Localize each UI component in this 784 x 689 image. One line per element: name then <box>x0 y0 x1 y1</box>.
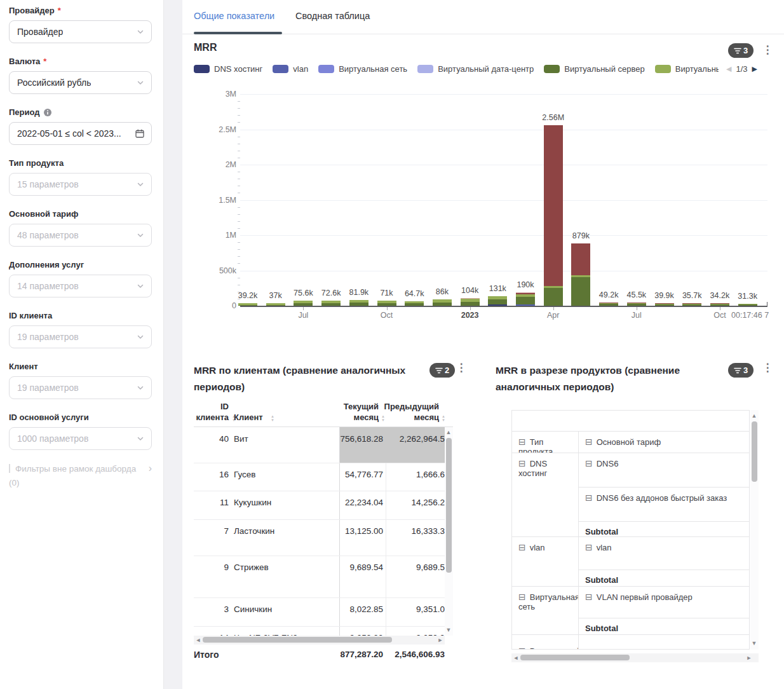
scroll-up-icon[interactable]: ▲ <box>445 428 452 437</box>
pivot-type-cell[interactable]: ⊟Виртуальная сеть <box>512 587 579 635</box>
products-pivot-filter-badge[interactable]: 3 <box>728 363 754 378</box>
cell-previous-month[interactable]: 9,351.0 <box>389 604 445 614</box>
products-pivot-menu-button[interactable]: ⋮ <box>762 361 773 375</box>
cell-previous-month[interactable]: 1,666.6 <box>389 470 445 479</box>
scroll-right-icon[interactable]: ► <box>745 654 753 662</box>
cell-current-month[interactable]: 8,022.85 <box>320 604 383 614</box>
mrr-chart-menu-button[interactable]: ⋮ <box>762 43 773 57</box>
cell-client-name[interactable]: Ласточкин <box>234 526 274 536</box>
legend-item-0[interactable]: DNS хостинг <box>194 64 262 74</box>
collapse-icon[interactable]: ⊟ <box>518 646 526 650</box>
scrollbar-thumb[interactable] <box>752 421 757 482</box>
cell-client-id[interactable]: 3 <box>194 604 229 614</box>
clients-table-horizontal-scrollbar[interactable]: ◄► <box>194 636 445 645</box>
cell-client-id[interactable]: 16 <box>194 470 229 479</box>
cell-client-id[interactable]: 11 <box>194 498 229 507</box>
chart-bar[interactable] <box>655 303 674 306</box>
filter-select-service-id[interactable]: 1000 параметров <box>9 427 152 450</box>
cell-client-id[interactable]: 9 <box>194 563 229 572</box>
scrollbar-thumb[interactable] <box>520 655 630 660</box>
chart-bar[interactable] <box>488 296 507 306</box>
scroll-down-icon[interactable]: ▼ <box>750 639 758 648</box>
chart-bar[interactable] <box>544 125 563 306</box>
cell-client-name[interactable]: Кукушкин <box>234 498 271 507</box>
sort-icon[interactable]: ▲▼ <box>270 414 275 423</box>
pivot-tariff-cell[interactable]: ⊟vlan <box>579 537 750 570</box>
pivot-vertical-scrollbar[interactable]: ▲▼ <box>750 410 759 650</box>
chart-bar[interactable] <box>738 304 757 306</box>
column-header-client[interactable]: Клиент <box>234 412 263 423</box>
clients-table-menu-button[interactable]: ⋮ <box>456 361 467 375</box>
cell-current-month[interactable]: 13,125.00 <box>320 526 383 536</box>
collapse-icon[interactable]: ⊟ <box>518 458 526 468</box>
cell-client-id[interactable]: 7 <box>194 526 229 536</box>
chart-bar[interactable] <box>377 301 396 306</box>
pivot-header-tariff[interactable]: ⊟Основной тариф <box>579 432 750 453</box>
filter-select-period[interactable]: 2022-05-01 ≤ col < 2023... <box>9 122 152 145</box>
collapse-icon[interactable]: ⊟ <box>518 542 526 552</box>
pivot-tariff-cell[interactable]: ⊟DNS6 <box>579 453 750 488</box>
pivot-tariff-cell[interactable]: ⊟VLAN первый провайдер <box>579 587 750 618</box>
chart-bar[interactable] <box>571 243 590 306</box>
pivot-horizontal-scrollbar[interactable]: ◄► <box>511 653 759 662</box>
filter-select-provider[interactable]: Провайдер <box>9 20 152 43</box>
filter-select-client-id[interactable]: 19 параметров <box>9 325 152 348</box>
legend-next-icon[interactable]: ▶ <box>752 65 757 73</box>
scroll-up-icon[interactable]: ▲ <box>750 412 758 420</box>
chart-bar[interactable] <box>682 303 701 306</box>
collapse-icon[interactable]: ⊟ <box>518 437 526 447</box>
info-icon[interactable] <box>43 108 52 117</box>
legend-item-4[interactable]: Виртуальный сервер <box>544 64 645 74</box>
cell-previous-month[interactable]: 16,333.3 <box>389 526 445 536</box>
collapse-icon[interactable]: ⊟ <box>585 458 593 468</box>
cell-previous-month[interactable]: 2,262,964.5 <box>389 434 445 444</box>
scrollbar-thumb[interactable] <box>203 637 392 643</box>
collapse-icon[interactable]: ⊟ <box>518 592 526 602</box>
chart-bar[interactable] <box>294 301 313 306</box>
legend-item-5[interactable]: Виртуальный хостинг <box>655 64 719 74</box>
legend-item-3[interactable]: Виртуальный дата-центр <box>417 64 534 74</box>
chart-bar[interactable] <box>516 292 535 306</box>
pivot-type-cell[interactable]: ⊟DNS хостинг <box>512 453 579 537</box>
cell-current-month[interactable]: 756,618.28 <box>320 434 383 444</box>
chart-bar[interactable] <box>238 303 257 306</box>
cell-client-name[interactable]: Синичкин <box>234 604 272 614</box>
collapse-icon[interactable]: ⊟ <box>585 493 593 503</box>
legend-item-1[interactable]: vlan <box>273 64 308 74</box>
clients-table-filter-badge[interactable]: 2 <box>429 363 455 378</box>
pivot-tariff-cell[interactable]: ⊟DNS6 без аддонов быстрый заказ <box>579 488 750 522</box>
scroll-down-icon[interactable]: ▼ <box>445 626 452 634</box>
legend-prev-icon[interactable]: ◀ <box>726 65 731 73</box>
cell-previous-month[interactable]: 14,256.2 <box>389 498 445 507</box>
filter-select-currency[interactable]: Российский рубль <box>9 71 152 94</box>
collapse-icon[interactable]: ⊟ <box>585 592 593 602</box>
cell-client-name[interactable]: Вит <box>234 434 248 444</box>
scrollbar-thumb[interactable] <box>446 438 452 573</box>
filter-select-service-addons[interactable]: 14 параметров <box>9 275 152 297</box>
chart-bar[interactable] <box>405 301 424 306</box>
column-header-client-id[interactable]: IDклиента <box>194 401 229 423</box>
mrr-chart-filter-badge[interactable]: 3 <box>728 43 754 58</box>
cell-current-month[interactable]: 22,234.04 <box>320 498 383 507</box>
collapse-icon[interactable]: ⊟ <box>585 437 593 447</box>
filter-select-client[interactable]: 19 параметров <box>9 376 152 399</box>
pivot-type-cell[interactable]: ⊟vlan <box>512 537 579 587</box>
column-header-current-month[interactable]: Текущиймесяц <box>318 401 379 423</box>
filters-outside-dashboard-link[interactable]: Фильтры вне рамок дашборда › <box>9 463 152 474</box>
cell-current-month[interactable]: 54,776.77 <box>320 470 383 479</box>
legend-item-2[interactable]: Виртуальная сеть <box>318 64 407 74</box>
clients-table-vertical-scrollbar[interactable]: ▲▼ <box>445 427 453 636</box>
chart-bar[interactable] <box>266 303 285 306</box>
filter-select-base-tariff[interactable]: 48 параметров <box>9 224 152 247</box>
sort-icon[interactable]: ▲▼ <box>441 414 446 423</box>
chart-bar[interactable] <box>433 299 452 306</box>
scroll-right-icon[interactable]: ► <box>436 636 444 645</box>
column-header-previous-month[interactable]: Предыдущиймесяц <box>373 401 439 423</box>
chart-bar[interactable] <box>349 300 368 306</box>
chart-bar[interactable] <box>599 303 618 306</box>
cell-client-name[interactable]: Стрижев <box>234 563 269 572</box>
scroll-left-icon[interactable]: ◄ <box>512 654 520 662</box>
cell-current-month[interactable]: 9,689.54 <box>320 563 383 572</box>
pivot-header-type[interactable]: ⊟Тип продукта <box>512 432 579 453</box>
chart-bar[interactable] <box>627 303 646 306</box>
